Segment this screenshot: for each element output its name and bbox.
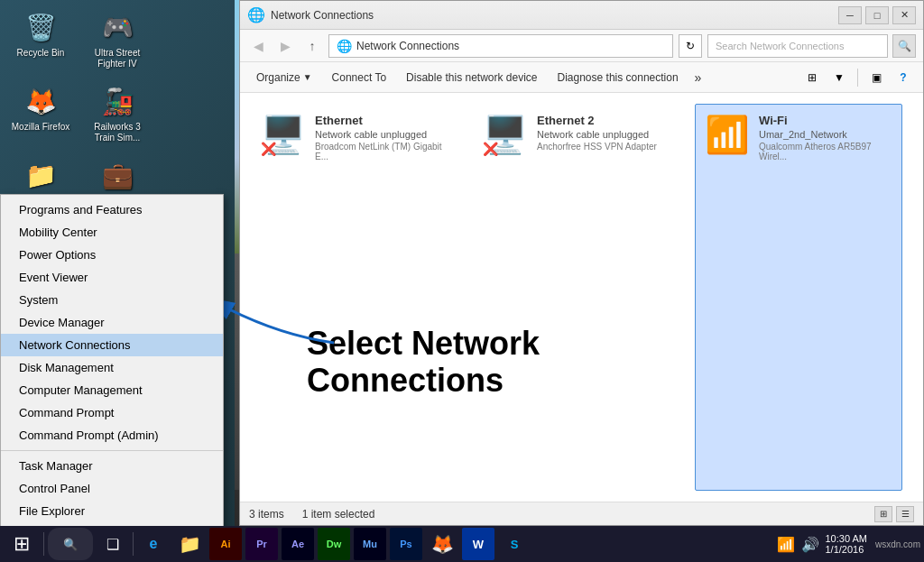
forward-button[interactable]: ▶	[274, 35, 296, 57]
ethernet2-icon-wrap: 🖥️ ❌	[483, 114, 528, 156]
close-button[interactable]: ✕	[892, 6, 916, 24]
adapter-ethernet2[interactable]: 🖥️ ❌ Ethernet 2 Network cable unplugged …	[473, 104, 680, 491]
wifi-icon: 📶	[705, 114, 750, 156]
content-area: 🖥️ ❌ Ethernet Network cable unplugged Br…	[240, 93, 923, 502]
icon-railworks[interactable]: 🚂 Railworks 3 Train Sim...	[86, 83, 149, 143]
menu-device-manager[interactable]: Device Manager	[1, 311, 223, 334]
menu-disk-management[interactable]: Disk Management	[1, 356, 223, 379]
help-button[interactable]: ?	[891, 67, 916, 88]
icon-firefox[interactable]: 🦊 Mozilla Firefox	[9, 83, 72, 143]
desktop-icon-row-1: 🗑️ Recycle Bin 🎮 Ultra Street Fighter IV	[9, 9, 149, 69]
minimize-button[interactable]: ─	[838, 6, 862, 24]
muse-taskbar-button[interactable]: Mu	[354, 528, 386, 560]
diagnose-button[interactable]: Diagnose this connection	[549, 68, 688, 88]
menu-task-manager[interactable]: Task Manager	[1, 455, 223, 477]
wifi-name: Wi-Fi	[759, 114, 892, 127]
ethernet1-error-icon: ❌	[261, 142, 276, 156]
address-field[interactable]: 🌐 Network Connections	[328, 34, 673, 58]
taskbar-separator-start	[43, 532, 44, 556]
search-field[interactable]: Search Network Connections	[707, 34, 888, 58]
ethernet1-icon-wrap: 🖥️ ❌	[261, 114, 306, 156]
ethernet2-status: Network cable unplugged	[537, 129, 657, 140]
adapter-ethernet1[interactable]: 🖥️ ❌ Ethernet Network cable unplugged Br…	[251, 104, 458, 491]
wifi-status: Umar_2nd_Network	[759, 129, 892, 140]
photoshop-taskbar-button[interactable]: Ps	[390, 528, 422, 560]
menu-computer-management[interactable]: Computer Management	[1, 379, 223, 401]
connect-to-button[interactable]: Connect To	[323, 68, 396, 88]
window-title: Network Connections	[271, 9, 838, 22]
network-connections-window: 🌐 Network Connections ─ □ ✕ ◀ ▶ ↑ 🌐 Netw…	[239, 0, 924, 526]
cortana-button[interactable]: 🔍	[48, 528, 93, 560]
ethernet1-driver: Broadcom NetLink (TM) Gigabit E...	[315, 142, 448, 161]
menu-programs-features[interactable]: Programs and Features	[1, 198, 223, 221]
address-text: Network Connections	[356, 40, 459, 52]
menu-command-prompt[interactable]: Command Prompt	[1, 401, 223, 424]
preview-pane-button[interactable]: ▣	[864, 67, 889, 88]
task-view-button[interactable]: ❑	[97, 528, 129, 560]
annotation-text: Select Network Connections	[307, 325, 540, 400]
taskbar-tray: 📶 🔊 10:30 AM1/1/2016 wsxdn.com	[775, 531, 921, 557]
menu-command-prompt-admin[interactable]: Command Prompt (Admin)	[1, 424, 223, 447]
status-list-view[interactable]: ☰	[896, 506, 914, 522]
view-dropdown-button[interactable]: ▼	[827, 67, 852, 88]
desktop: 🗑️ Recycle Bin 🎮 Ultra Street Fighter IV…	[0, 0, 924, 562]
desktop-icon-row-2: 🦊 Mozilla Firefox 🚂 Railworks 3 Train Si…	[9, 83, 149, 143]
items-count: 3 items	[249, 508, 284, 521]
watermark: wsxdn.com	[875, 539, 920, 549]
ethernet2-error-icon: ❌	[483, 142, 498, 156]
title-bar-buttons: ─ □ ✕	[838, 6, 916, 24]
tray-clock[interactable]: 10:30 AM1/1/2016	[824, 531, 869, 557]
refresh-button[interactable]: ↻	[679, 34, 702, 58]
icon-ultra-street-fighter[interactable]: 🎮 Ultra Street Fighter IV	[86, 9, 149, 69]
menu-event-viewer[interactable]: Event Viewer	[1, 266, 223, 289]
recycle-bin-icon: 🗑️	[23, 9, 59, 45]
ethernet2-name: Ethernet 2	[537, 114, 657, 127]
ethernet2-info: Ethernet 2 Network cable unplugged Ancho…	[537, 114, 657, 152]
menu-mobility-center[interactable]: Mobility Center	[1, 221, 223, 244]
maximize-button[interactable]: □	[865, 6, 889, 24]
toolbar: Organize ▼ Connect To Disable this netwo…	[240, 62, 923, 93]
desktop-icons: 🗑️ Recycle Bin 🎮 Ultra Street Fighter IV…	[9, 9, 149, 217]
more-button[interactable]: »	[689, 67, 707, 88]
firefox-taskbar-button[interactable]: 🦊	[426, 528, 458, 560]
menu-power-options[interactable]: Power Options	[1, 244, 223, 266]
view-options: ⊞ ▼ ▣ ?	[799, 67, 916, 88]
title-bar: 🌐 Network Connections ─ □ ✕	[240, 1, 923, 30]
view-tiles-button[interactable]: ⊞	[799, 67, 825, 88]
organize-button[interactable]: Organize ▼	[247, 68, 321, 88]
recycle-bin-label: Recycle Bin	[17, 48, 65, 59]
address-location-icon: 🌐	[337, 39, 352, 53]
skype-taskbar-button[interactable]: S	[498, 528, 531, 560]
view-separator	[857, 69, 858, 87]
menu-control-panel[interactable]: Control Panel	[1, 477, 223, 500]
explorer-taskbar-button[interactable]: 📁	[173, 528, 206, 560]
status-tiles-view[interactable]: ⊞	[874, 506, 892, 522]
dreamweaver-taskbar-button[interactable]: Dw	[318, 528, 350, 560]
taskbar: ⊞ 🔍 ❑ e 📁 Ai Pr Ae Dw Mu Ps 🦊 W S 📶 🔊 10…	[0, 526, 924, 562]
after-effects-taskbar-button[interactable]: Ae	[282, 528, 314, 560]
menu-file-explorer[interactable]: File Explorer	[1, 500, 223, 522]
menu-system[interactable]: System	[1, 289, 223, 311]
disable-device-label: Disable this network device	[406, 71, 537, 84]
icon-recycle-bin[interactable]: 🗑️ Recycle Bin	[9, 9, 72, 69]
tray-network-icon[interactable]: 📶	[775, 534, 797, 555]
disable-device-button[interactable]: Disable this network device	[397, 68, 546, 88]
menu-network-connections[interactable]: Network Connections	[1, 334, 223, 356]
illustrator-taskbar-button[interactable]: Ai	[209, 528, 242, 560]
tray-volume-icon[interactable]: 🔊	[799, 534, 821, 555]
window-icon: 🌐	[247, 6, 265, 23]
start-button[interactable]: ⊞	[4, 528, 40, 560]
ethernet2-driver: Anchorfree HSS VPN Adapter	[537, 142, 657, 152]
more-label: »	[695, 70, 702, 85]
search-button[interactable]: 🔍	[892, 34, 916, 58]
premiere-taskbar-button[interactable]: Pr	[245, 528, 278, 560]
back-button[interactable]: ◀	[247, 35, 269, 57]
ethernet1-name: Ethernet	[315, 114, 448, 127]
word-taskbar-button[interactable]: W	[462, 528, 494, 560]
up-button[interactable]: ↑	[301, 35, 323, 57]
organize-arrow-icon: ▼	[303, 72, 312, 82]
search-placeholder: Search Network Connections	[716, 41, 844, 51]
edge-taskbar-button[interactable]: e	[137, 528, 170, 560]
adapter-wifi[interactable]: 📶 Wi-Fi Umar_2nd_Network Qualcomm Athero…	[695, 104, 902, 491]
wifi-icon-wrap: 📶	[705, 114, 750, 156]
